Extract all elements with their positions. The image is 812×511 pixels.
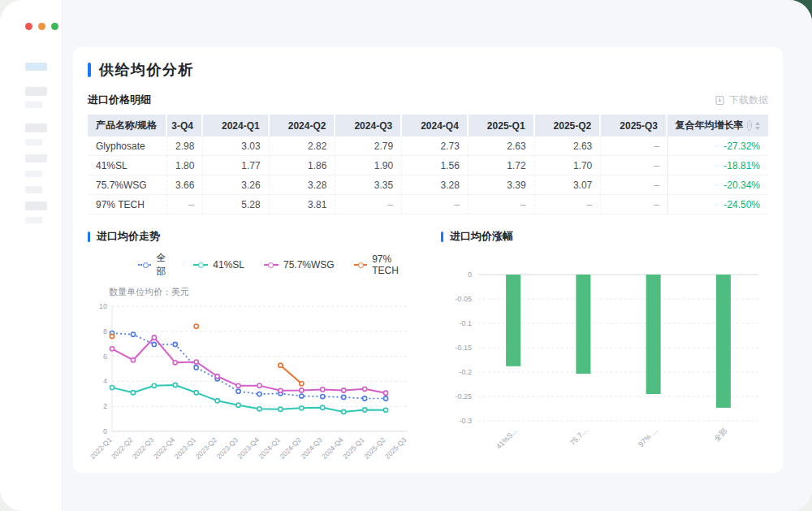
trend-chart-panel: 进口均价走势 全部 41%SL 75.7%WSG — [88, 229, 417, 480]
trend-chart-canvas: 02468102022-Q12022-Q22022-Q32022-Q42023-… — [88, 300, 417, 480]
svg-text:41%S...: 41%S... — [495, 427, 518, 450]
svg-text:-0.3: -0.3 — [459, 417, 472, 425]
svg-text:97% ...: 97% ... — [637, 427, 659, 448]
price-cell: 2.82 — [270, 136, 336, 156]
cagr-cell: -24.50% — [667, 195, 768, 214]
download-data-button[interactable]: 下载数据 — [715, 93, 768, 107]
header-cell-product: 产品名称/规格 — [88, 115, 167, 136]
price-cell: 3.66 — [167, 175, 203, 195]
svg-text:2022-Q3: 2022-Q3 — [131, 435, 156, 461]
sidebar-skeleton-bar — [25, 186, 42, 193]
price-cell: 3.81 — [270, 195, 336, 214]
cagr-cell: -20.34% — [667, 175, 768, 195]
sort-carets-icon[interactable] — [755, 122, 760, 130]
legend-item-757wsg[interactable]: 75.7%WSG — [264, 251, 335, 279]
legend-marker — [138, 264, 151, 266]
price-cell: – — [469, 195, 535, 214]
header-cell-quarter: 3-Q4 — [167, 115, 203, 136]
cagr-cell: -27.32% — [667, 136, 768, 156]
header-cell-quarter: 2024-Q4 — [402, 115, 469, 136]
svg-text:2022-Q4: 2022-Q4 — [152, 435, 177, 461]
table-row: 97% TECH – 5.28 3.81 – – – – – -24.50% — [88, 195, 768, 214]
page-header: 供给均价分析 — [88, 60, 768, 80]
price-cell: – — [535, 195, 602, 214]
price-cell: 1.70 — [535, 156, 602, 175]
legend-item-all[interactable]: 全部 — [138, 251, 174, 279]
svg-text:75.7...: 75.7... — [568, 427, 589, 447]
svg-text:-0.1: -0.1 — [459, 319, 472, 327]
table-header-row: 产品名称/规格 3-Q4 2024-Q1 2024-Q2 2024-Q3 202… — [88, 115, 768, 136]
price-cell: 3.35 — [335, 175, 402, 195]
header-cell-quarter: 2025-Q2 — [535, 115, 602, 136]
traffic-light-close[interactable] — [25, 23, 32, 30]
product-name-cell: 97% TECH — [88, 195, 167, 214]
sidebar-skeleton-bar — [25, 201, 47, 210]
svg-text:0: 0 — [468, 271, 472, 279]
chart-title-accent — [88, 232, 90, 242]
legend-marker — [193, 264, 208, 266]
svg-text:2025-Q3: 2025-Q3 — [383, 435, 408, 461]
product-name-cell: 75.7%WSG — [88, 175, 167, 195]
svg-text:10: 10 — [99, 302, 107, 310]
svg-text:2025-Q1: 2025-Q1 — [341, 435, 366, 461]
chart-title-accent — [441, 232, 443, 242]
price-cell: 1.77 — [203, 156, 270, 175]
svg-text:全部: 全部 — [712, 427, 728, 443]
svg-text:2024-Q3: 2024-Q3 — [299, 435, 324, 461]
change-chart-canvas: 0-0.05-0.1-0.15-0.2-0.25-0.341%S...75.7.… — [441, 263, 768, 461]
price-cell: 3.39 — [469, 175, 535, 195]
trend-chart-title: 进口均价走势 — [97, 229, 160, 244]
price-cell: 2.79 — [335, 136, 402, 156]
legend-label: 75.7%WSG — [283, 259, 335, 271]
svg-text:2024-Q4: 2024-Q4 — [320, 435, 345, 461]
svg-text:-0.05: -0.05 — [455, 295, 472, 303]
svg-text:6: 6 — [103, 353, 107, 361]
price-cell: 3.07 — [535, 175, 602, 195]
main-area: 供给均价分析 进口价格明细 下载数据 — [63, 0, 812, 511]
sidebar-skeleton-bar — [25, 123, 47, 132]
header-cell-quarter: 2024-Q3 — [335, 115, 402, 136]
price-cell: – — [167, 195, 203, 214]
price-cell: 2.63 — [469, 136, 535, 156]
price-cell: 3.26 — [203, 175, 270, 195]
header-cell-cagr[interactable]: 复合年均增长率 — [667, 115, 768, 136]
import-price-table-section: 进口价格明细 下载数据 产品名称/ — [88, 93, 768, 214]
header-cell-quarter: 2024-Q2 — [270, 115, 336, 136]
svg-text:2023-Q2: 2023-Q2 — [194, 435, 219, 461]
traffic-light-maximize[interactable] — [51, 23, 58, 30]
price-cell: 5.28 — [203, 195, 270, 214]
sidebar — [0, 0, 63, 511]
legend-label: 41%SL — [213, 259, 244, 271]
svg-text:2023-Q1: 2023-Q1 — [173, 435, 198, 461]
price-cell: 2.73 — [402, 136, 469, 156]
svg-text:2: 2 — [103, 402, 107, 410]
price-cell: 1.56 — [402, 156, 469, 175]
legend-item-41sl[interactable]: 41%SL — [193, 251, 244, 279]
change-chart-panel: 进口均价涨幅 0-0.05-0.1-0.15-0.2-0.25-0.341%S.… — [441, 229, 768, 480]
legend-marker — [354, 264, 368, 266]
download-icon — [715, 95, 725, 106]
sidebar-skeleton-bar — [25, 154, 47, 162]
trend-chart-subtitle: 数量单位均价：美元 — [109, 286, 417, 298]
info-circle-icon[interactable] — [747, 120, 752, 131]
svg-text:2023-Q3: 2023-Q3 — [215, 435, 240, 461]
traffic-light-minimize[interactable] — [38, 23, 45, 30]
svg-text:2022-Q1: 2022-Q1 — [89, 435, 114, 461]
price-cell: – — [335, 195, 402, 214]
svg-text:-0.15: -0.15 — [455, 344, 472, 352]
price-cell: – — [402, 195, 469, 214]
svg-text:0: 0 — [103, 427, 107, 435]
price-cell: 3.28 — [402, 175, 469, 195]
sidebar-skeleton-bar — [25, 171, 42, 177]
table-row: 75.7%WSG 3.66 3.26 3.28 3.35 3.28 3.39 3… — [88, 175, 768, 195]
change-chart-title: 进口均价涨幅 — [450, 229, 513, 244]
sidebar-skeleton-bar — [25, 217, 42, 223]
price-cell: 2.98 — [167, 136, 203, 156]
download-label: 下载数据 — [729, 93, 768, 107]
svg-text:-0.25: -0.25 — [455, 392, 472, 401]
product-name-cell: 41%SL — [88, 156, 167, 175]
app-window: 供给均价分析 进口价格明细 下载数据 — [0, 0, 812, 511]
table-row: 41%SL 1.80 1.77 1.86 1.90 1.56 1.72 1.70… — [88, 156, 768, 175]
window-controls — [25, 23, 58, 30]
legend-item-97tech[interactable]: 97% TECH — [354, 251, 417, 279]
